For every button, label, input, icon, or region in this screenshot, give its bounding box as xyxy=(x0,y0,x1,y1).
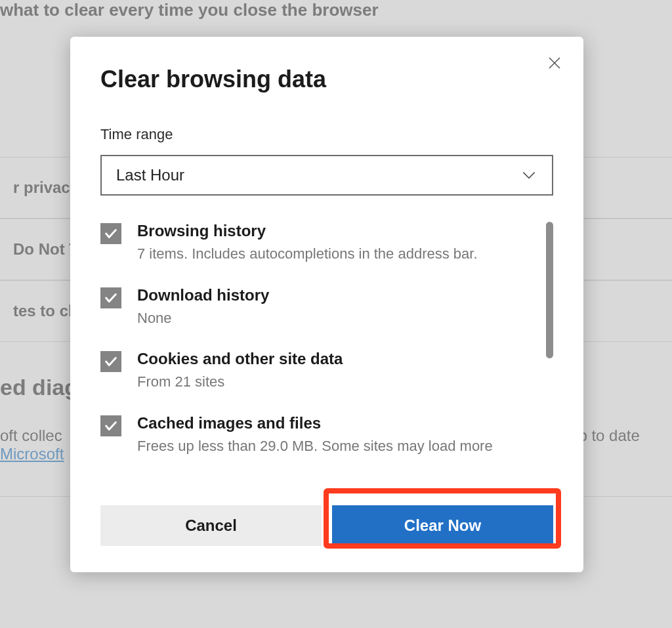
time-range-value: Last Hour xyxy=(116,166,184,184)
clear-browsing-data-dialog: Clear browsing data Time range Last Hour… xyxy=(70,37,583,572)
checkmark-icon xyxy=(104,291,118,305)
data-type-list-inner: Browsing history 7 items. Includes autoc… xyxy=(100,222,553,493)
time-range-select[interactable]: Last Hour xyxy=(100,155,553,196)
item-cached: Cached images and files Frees up less th… xyxy=(100,414,534,456)
item-subtitle: From 21 sites xyxy=(137,372,534,392)
bg-link-microsoft[interactable]: Microsoft xyxy=(0,445,64,463)
checkbox-cookies[interactable] xyxy=(100,351,121,372)
checkmark-icon xyxy=(104,226,118,241)
time-range-label: Time range xyxy=(100,126,553,143)
checkbox-download-history[interactable] xyxy=(100,287,121,308)
data-type-list: Browsing history 7 items. Includes autoc… xyxy=(100,222,553,493)
checkbox-cached[interactable] xyxy=(100,415,121,436)
checkmark-icon xyxy=(104,419,118,433)
clear-now-button[interactable]: Clear Now xyxy=(332,505,553,546)
chevron-down-icon xyxy=(520,167,537,184)
item-browsing-history: Browsing history 7 items. Includes autoc… xyxy=(100,222,534,264)
item-download-history: Download history None xyxy=(100,286,534,328)
item-title: Cached images and files xyxy=(137,414,534,432)
item-subtitle: None xyxy=(137,308,534,328)
item-title: Browsing history xyxy=(137,222,534,240)
checkbox-browsing-history[interactable] xyxy=(100,223,121,244)
dialog-title: Clear browsing data xyxy=(100,66,553,93)
checkmark-icon xyxy=(104,354,118,369)
item-subtitle: Frees up less than 29.0 MB. Some sites m… xyxy=(137,436,534,456)
bg-paragraph-prefix: oft collec xyxy=(0,427,62,444)
close-button[interactable] xyxy=(543,51,566,75)
item-cookies: Cookies and other site data From 21 site… xyxy=(100,350,534,392)
cancel-button[interactable]: Cancel xyxy=(100,505,322,546)
bg-top-title: what to clear every time you close the b… xyxy=(0,0,672,32)
item-title: Download history xyxy=(137,286,534,304)
item-title: Cookies and other site data xyxy=(137,350,534,368)
close-icon xyxy=(547,55,562,71)
item-subtitle: 7 items. Includes autocompletions in the… xyxy=(137,244,534,264)
dialog-actions: Cancel Clear Now xyxy=(100,505,553,546)
scrollbar-thumb[interactable] xyxy=(546,222,553,358)
